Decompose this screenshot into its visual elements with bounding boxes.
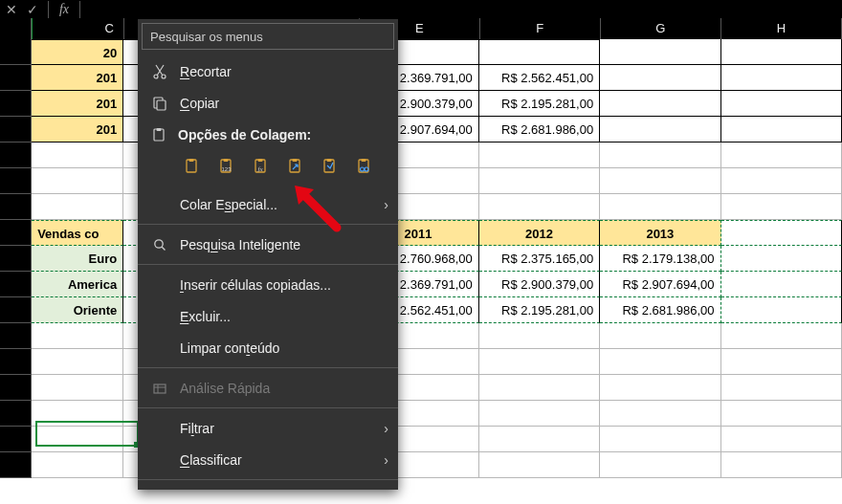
empty-cell[interactable]	[479, 375, 600, 401]
row-header[interactable]	[0, 194, 32, 220]
menu-smart-lookup[interactable]: Pesquisa Inteligente	[138, 229, 398, 260]
empty-cell[interactable]	[600, 91, 720, 117]
menu-search-input[interactable]: Pesquisar os menus	[142, 23, 394, 50]
empty-cell[interactable]	[32, 427, 123, 452]
data-cell[interactable]: R$ 2.562.451,00	[479, 65, 600, 91]
menu-delete[interactable]: Excluir...	[138, 300, 398, 332]
empty-cell[interactable]	[479, 452, 600, 478]
data-cell[interactable]: R$ 2.681.986,00	[600, 297, 720, 323]
row-header[interactable]	[0, 220, 32, 246]
empty-cell[interactable]	[600, 349, 720, 375]
data-cell[interactable]	[479, 39, 600, 65]
empty-cell[interactable]	[721, 91, 842, 117]
row-header[interactable]	[0, 297, 32, 323]
empty-cell[interactable]	[32, 401, 123, 427]
empty-cell[interactable]	[721, 375, 842, 401]
paste-option-link[interactable]	[352, 154, 377, 179]
row-header[interactable]	[0, 452, 32, 478]
col-header-2012[interactable]: 2012	[479, 220, 600, 246]
empty-cell[interactable]	[600, 427, 720, 452]
empty-cell[interactable]	[721, 349, 842, 375]
empty-cell[interactable]	[721, 427, 842, 452]
empty-cell[interactable]	[32, 323, 123, 349]
paste-option-formatting[interactable]	[318, 154, 343, 179]
empty-cell[interactable]	[600, 168, 720, 194]
data-cell[interactable]: R$ 2.907.694,00	[600, 272, 720, 297]
row-header[interactable]	[0, 168, 32, 194]
year-cell[interactable]: 201	[32, 65, 123, 91]
row-header[interactable]	[0, 272, 32, 297]
empty-cell[interactable]	[32, 349, 123, 375]
empty-cell[interactable]	[721, 297, 842, 323]
region-label[interactable]: America	[32, 272, 123, 297]
spreadsheet-grid[interactable]: 20 201 R$ 2.369.791,00 R$ 2.562.451,00 2…	[0, 39, 842, 478]
empty-cell[interactable]	[721, 323, 842, 349]
column-header-f[interactable]: F	[480, 18, 601, 39]
row-header[interactable]	[0, 65, 32, 91]
data-cell[interactable]: R$ 2.375.165,00	[479, 246, 600, 272]
column-header-g[interactable]: G	[601, 18, 721, 39]
empty-cell[interactable]	[721, 117, 842, 142]
empty-cell[interactable]	[721, 39, 842, 65]
select-all-corner[interactable]	[0, 18, 32, 39]
row-header[interactable]	[0, 142, 32, 168]
data-cell[interactable]: R$ 2.681.986,00	[479, 117, 600, 142]
empty-cell[interactable]	[721, 194, 842, 220]
empty-cell[interactable]	[600, 323, 720, 349]
formula-cancel-button[interactable]: ✕	[4, 2, 19, 17]
data-cell[interactable]: R$ 2.179.138,00	[600, 246, 720, 272]
empty-cell[interactable]	[479, 168, 600, 194]
empty-cell[interactable]	[721, 452, 842, 478]
empty-cell[interactable]	[600, 401, 720, 427]
row-header[interactable]	[0, 401, 32, 427]
empty-cell[interactable]	[721, 168, 842, 194]
empty-cell[interactable]	[600, 142, 720, 168]
region-label[interactable]: Oriente	[32, 297, 123, 323]
empty-cell[interactable]	[721, 401, 842, 427]
empty-cell[interactable]	[479, 401, 600, 427]
empty-cell[interactable]	[600, 65, 720, 91]
data-cell[interactable]: R$ 2.900.379,00	[479, 272, 600, 297]
col-header-2013[interactable]: 2013	[600, 220, 720, 246]
fx-button[interactable]: fx	[56, 2, 72, 17]
formula-accept-button[interactable]: ✓	[25, 2, 40, 17]
empty-cell[interactable]	[479, 142, 600, 168]
menu-copy[interactable]: Copiar	[138, 87, 398, 119]
empty-cell[interactable]	[479, 427, 600, 452]
data-cell[interactable]: R$ 2.195.281,00	[479, 91, 600, 117]
column-header-h[interactable]: H	[721, 18, 842, 39]
empty-cell[interactable]	[600, 375, 720, 401]
row-header[interactable]	[0, 375, 32, 401]
empty-cell[interactable]	[479, 349, 600, 375]
empty-cell[interactable]	[32, 375, 123, 401]
table-title[interactable]: Vendas co	[32, 220, 123, 246]
year-cell[interactable]: 20	[32, 39, 123, 65]
menu-sort[interactable]: Classificar ›	[138, 444, 398, 475]
row-header[interactable]	[0, 323, 32, 349]
row-header[interactable]	[0, 117, 32, 142]
year-cell[interactable]: 201	[32, 117, 123, 142]
empty-cell[interactable]	[32, 452, 123, 478]
empty-cell[interactable]	[32, 168, 123, 194]
paste-option-values[interactable]: 123	[214, 154, 239, 179]
empty-cell[interactable]	[721, 65, 842, 91]
empty-cell[interactable]	[600, 39, 720, 65]
empty-cell[interactable]	[600, 194, 720, 220]
empty-cell[interactable]	[32, 142, 123, 168]
menu-cut[interactable]: Recortar	[138, 55, 398, 87]
paste-option-paste[interactable]	[180, 154, 205, 179]
region-label[interactable]: Euro	[32, 246, 123, 272]
data-cell[interactable]: R$ 2.195.281,00	[479, 297, 600, 323]
row-header[interactable]	[0, 349, 32, 375]
empty-cell[interactable]	[721, 142, 842, 168]
empty-cell[interactable]	[32, 194, 123, 220]
menu-paste-special[interactable]: Colar Especial... ›	[138, 188, 398, 220]
empty-cell[interactable]	[479, 323, 600, 349]
year-cell[interactable]: 201	[32, 91, 123, 117]
column-header-c[interactable]: C	[32, 18, 124, 39]
menu-insert-copied[interactable]: Inserir células copiadas...	[138, 269, 398, 300]
row-header[interactable]	[0, 427, 32, 452]
row-header[interactable]	[0, 39, 32, 65]
menu-clear[interactable]: Limpar conteúdo	[138, 332, 398, 363]
paste-option-formulas[interactable]: fx	[249, 154, 274, 179]
